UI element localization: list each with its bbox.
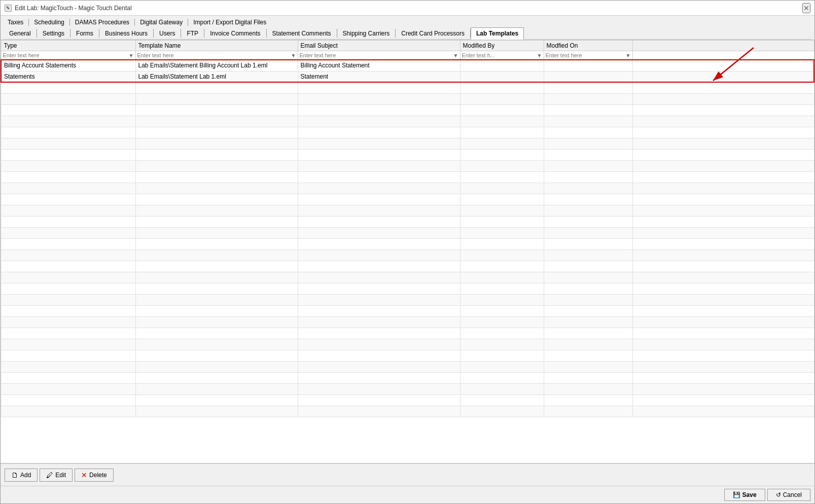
filter-input-type[interactable] bbox=[3, 52, 129, 58]
table-cell: Lab Emails\Statement Lab 1.eml bbox=[135, 71, 298, 82]
delete-button[interactable]: ✕ Delete bbox=[75, 469, 114, 482]
table-cell bbox=[632, 71, 814, 82]
col-header-type: Type bbox=[1, 41, 135, 51]
filter-input-template[interactable] bbox=[137, 52, 291, 58]
tab-lab-templates[interactable]: Lab Templates bbox=[471, 27, 524, 40]
table-row-empty bbox=[1, 305, 814, 316]
table-row-empty bbox=[1, 283, 814, 294]
add-label: Add bbox=[20, 472, 31, 479]
table-row-empty bbox=[1, 394, 814, 406]
table-row-empty bbox=[1, 372, 814, 383]
table-row-empty bbox=[1, 216, 814, 227]
tab-settings[interactable]: Settings bbox=[37, 27, 70, 39]
table-row[interactable]: StatementsLab Emails\Statement Lab 1.eml… bbox=[1, 71, 814, 82]
col-header-template: Template Name bbox=[135, 41, 298, 51]
add-button[interactable]: 🗋 Add bbox=[5, 469, 38, 482]
table-cell: Statement bbox=[298, 71, 460, 82]
table-row-empty bbox=[1, 93, 814, 104]
menu-taxes[interactable]: Taxes bbox=[4, 17, 27, 27]
close-button[interactable]: ✕ bbox=[802, 3, 810, 13]
title-bar-left: ✎ Edit Lab: MagicTouch - Magic Touch Den… bbox=[5, 5, 132, 12]
table-row-empty bbox=[1, 82, 814, 93]
table-row-empty bbox=[1, 406, 814, 417]
table-row-empty bbox=[1, 104, 814, 116]
header-row: Type Template Name Email Subject Modifie… bbox=[1, 41, 814, 51]
tab-general[interactable]: General bbox=[4, 27, 37, 39]
table-row-empty bbox=[1, 272, 814, 283]
data-table: Type Template Name Email Subject Modifie… bbox=[1, 40, 814, 417]
menu-scheduling[interactable]: Scheduling bbox=[30, 17, 68, 27]
filter-cell-template: ▼ bbox=[135, 51, 298, 60]
cancel-label: Cancel bbox=[783, 491, 802, 498]
table-row-empty bbox=[1, 249, 814, 261]
filter-icon-modified-on[interactable]: ▼ bbox=[626, 53, 631, 58]
table-row-empty bbox=[1, 127, 814, 138]
table-row[interactable]: Billing Account StatementsLab Emails\Sta… bbox=[1, 60, 814, 71]
table-row-empty bbox=[1, 183, 814, 194]
edit-label: Edit bbox=[55, 472, 66, 479]
col-header-email: Email Subject bbox=[298, 41, 460, 51]
tab-users[interactable]: Users bbox=[154, 27, 181, 39]
table-cell bbox=[544, 60, 632, 71]
menu-area: Taxes Scheduling DAMAS Procedures Digita… bbox=[1, 16, 814, 40]
main-window: ✎ Edit Lab: MagicTouch - Magic Touch Den… bbox=[0, 0, 815, 504]
tab-forms[interactable]: Forms bbox=[70, 27, 99, 39]
filter-cell-type: ▼ bbox=[1, 51, 135, 60]
table-cell bbox=[460, 71, 544, 82]
edit-button[interactable]: 🖊 Edit bbox=[40, 469, 73, 482]
sep2 bbox=[69, 19, 70, 26]
add-icon: 🗋 bbox=[11, 471, 18, 479]
table-row-empty bbox=[1, 316, 814, 328]
sep3 bbox=[134, 19, 135, 26]
tab-invoice-comments[interactable]: Invoice Comments bbox=[204, 27, 266, 39]
table-row-empty bbox=[1, 238, 814, 249]
filter-input-email[interactable] bbox=[300, 52, 453, 58]
table-cell bbox=[544, 71, 632, 82]
window-title: Edit Lab: MagicTouch - Magic Touch Denta… bbox=[15, 5, 132, 12]
tab-credit-card[interactable]: Credit Card Processors bbox=[396, 27, 470, 39]
filter-cell-modified-by: ▼ bbox=[460, 51, 544, 60]
status-bar: 💾 Save ↺ Cancel bbox=[1, 486, 814, 503]
col-header-modified-on: Modfied On bbox=[544, 41, 632, 51]
tab-statement-comments[interactable]: Statement Comments bbox=[267, 27, 337, 39]
grid-container[interactable]: Type Template Name Email Subject Modifie… bbox=[1, 40, 814, 463]
bottom-toolbar: 🗋 Add 🖊 Edit ✕ Delete bbox=[1, 463, 814, 486]
menu-digital-gateway[interactable]: Digital Gateway bbox=[136, 17, 187, 27]
tab-business-hours[interactable]: Business Hours bbox=[99, 27, 153, 39]
sep1 bbox=[28, 19, 29, 26]
save-icon: 💾 bbox=[733, 491, 740, 498]
table-row-empty bbox=[1, 361, 814, 372]
tab-shipping-carriers[interactable]: Shipping Carriers bbox=[337, 27, 396, 39]
filter-input-modified-on[interactable] bbox=[546, 52, 626, 58]
save-button[interactable]: 💾 Save bbox=[724, 489, 765, 501]
table-cell bbox=[632, 60, 814, 71]
filter-icon-template[interactable]: ▼ bbox=[291, 53, 296, 58]
table-row-empty bbox=[1, 328, 814, 339]
menu-damas[interactable]: DAMAS Procedures bbox=[71, 17, 133, 27]
table-row-empty bbox=[1, 383, 814, 394]
table-row-empty bbox=[1, 350, 814, 361]
filter-cell-extra bbox=[632, 51, 814, 60]
filter-icon-modified-by[interactable]: ▼ bbox=[537, 53, 542, 58]
main-table-area: Type Template Name Email Subject Modifie… bbox=[1, 40, 814, 463]
menu-import-export[interactable]: Import / Export Digital Files bbox=[189, 17, 270, 27]
cancel-icon: ↺ bbox=[776, 491, 781, 498]
table-row-empty bbox=[1, 194, 814, 205]
table-body: Billing Account StatementsLab Emails\Sta… bbox=[1, 60, 814, 417]
table-cell: Statements bbox=[1, 71, 135, 82]
table-cell: Billing Account Statements bbox=[1, 60, 135, 71]
filter-cell-email: ▼ bbox=[298, 51, 460, 60]
table-row-empty bbox=[1, 138, 814, 149]
filter-icon-type[interactable]: ▼ bbox=[129, 53, 134, 58]
col-header-modified-by: Modified By bbox=[460, 41, 544, 51]
table-row-empty bbox=[1, 160, 814, 171]
table-cell: Lab Emails\Statement Billing Account Lab… bbox=[135, 60, 298, 71]
filter-input-modified-by[interactable] bbox=[462, 52, 537, 58]
filter-icon-email[interactable]: ▼ bbox=[453, 53, 458, 58]
cancel-button[interactable]: ↺ Cancel bbox=[767, 489, 810, 501]
delete-icon: ✕ bbox=[81, 471, 87, 479]
table-row-empty bbox=[1, 227, 814, 238]
sep4 bbox=[188, 19, 188, 26]
save-label: Save bbox=[742, 491, 757, 498]
tab-ftp[interactable]: FTP bbox=[181, 27, 204, 39]
